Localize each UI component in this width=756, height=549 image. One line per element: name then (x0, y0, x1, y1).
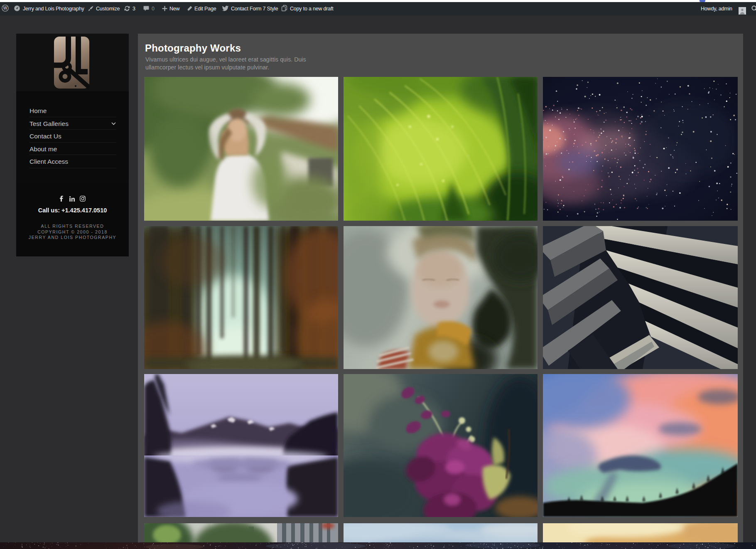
svg-text:W: W (3, 6, 7, 10)
